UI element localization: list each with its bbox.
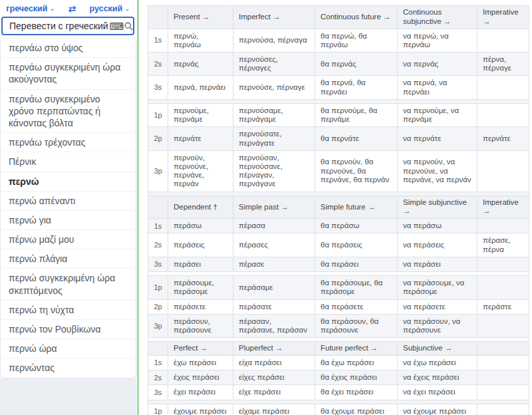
conjugation-row: 2sέχεις περάσειείχες περάσειθα έχεις περ… [148, 370, 529, 385]
conjugation-cell [477, 385, 529, 400]
tense-header-link[interactable]: Imperfect → [233, 6, 315, 29]
conjugation-cell: θα περάσει [315, 257, 398, 271]
tense-header-link[interactable]: Simple future → [315, 196, 398, 219]
chevron-down-icon: ⌄ [124, 5, 130, 12]
conjugation-cell: θα περάσω [315, 219, 398, 233]
conjugation-cell: περνούσε, πέρναγε [233, 76, 315, 99]
tense-header-link[interactable]: Continuous subjunctive → [398, 6, 477, 29]
list-item[interactable]: περνώ πλάγια [1, 249, 136, 268]
list-item[interactable]: περνώ τον Ρουβίκωνα [1, 319, 136, 339]
tense-header-link[interactable]: Simple subjunctive → [398, 196, 477, 219]
tense-header-link[interactable]: Future perfect → [315, 342, 398, 356]
conjugation-cell [477, 370, 529, 385]
conjugation-cell: θα περάσουν, θα περάσουνε [315, 314, 398, 337]
conjugation-row: 1sπερνώ, περνάωπερνούσα, πέρναγαθα περνώ… [148, 29, 529, 52]
conjugation-cell: να περνά, να περνάει [398, 76, 477, 99]
conjugation-cell: περνάτε [168, 127, 233, 150]
conjugation-cell: να περνάτε [398, 127, 477, 150]
conjugation-row: 1pπερνούμε, περνάμεπερνούσαμε, περνάγαμε… [148, 103, 529, 126]
conjugation-row: 3pπεράσουν, περάσουνεπέρασαν, περάσανε, … [148, 314, 529, 337]
person-label: 2s [148, 53, 168, 76]
translation-sidebar: греческий⌄ ⇄ русский⌄ Перевести с гречес… [0, 0, 136, 415]
conjugation-cell: θα περάσεις [315, 233, 398, 257]
conjugation-cell: θα περάσουμε, θα περάσομε [315, 276, 398, 299]
list-item[interactable]: Πέρνικ [1, 152, 136, 171]
conjugation-row: 2sπερνάςπερνούσες, πέρναγεςθα περνάςνα π… [148, 53, 529, 76]
conjugation-cell: να περνούμε, να περνάμε [398, 103, 477, 126]
conjugation-cell: να περνούν, να περνούνε, να περνάνε, να … [398, 150, 477, 192]
conjugation-cell: να έχω περάσει [398, 356, 477, 370]
conjugation-row: 2sπεράσειςπέρασεςθα περάσειςνα περάσειςπ… [148, 233, 529, 257]
swap-languages-icon[interactable]: ⇄ [68, 3, 76, 14]
person-label: 1p [148, 276, 168, 299]
conjugation-row: 3pπερνούν, περνούνε, περνάνε, περνάνπερν… [148, 150, 529, 192]
page: греческий⌄ ⇄ русский⌄ Перевести с гречес… [0, 0, 532, 415]
person-label: 3s [148, 385, 168, 400]
person-label: 3s [148, 257, 168, 271]
conjugation-cell [477, 150, 529, 192]
target-language-selector[interactable]: русский⌄ [90, 4, 130, 13]
search-icon[interactable] [124, 21, 134, 31]
conjugation-cell: περνά, περνάει [168, 76, 233, 99]
conjugation-row: 2pπεράσετεπεράσατεθα περάσετενα περάσετε… [148, 299, 529, 314]
conjugation-cell: θα περνάτε [315, 127, 398, 150]
list-item[interactable]: περνώ τη νύχτα [1, 300, 136, 319]
list-item[interactable]: περνώ [1, 172, 136, 191]
keyboard-icon[interactable]: ⌨ [110, 21, 124, 31]
tense-header-link[interactable]: Present → [168, 6, 233, 29]
list-item[interactable]: περνώντας [1, 358, 136, 377]
list-item[interactable]: περνώ ώρα [1, 339, 136, 358]
conjugation-cell: θα περάσετε [315, 299, 398, 314]
conjugation-row: 2pπερνάτεπερνούσατε, περνάγατεθα περνάτε… [148, 127, 529, 150]
conjugation-cell: θα έχει περάσει [315, 385, 398, 400]
tense-header-link[interactable]: Perfect → [168, 342, 233, 356]
search-input[interactable]: Перевести с греческий ⌨ [1, 17, 134, 35]
conjugation-cell: να περάσετε [398, 299, 477, 314]
person-label: 2p [148, 299, 168, 314]
conjugation-cell [477, 314, 529, 337]
list-item[interactable]: περνώ για [1, 210, 136, 229]
conjugation-row: 3sπερνά, περνάειπερνούσε, πέρναγεθα περν… [148, 76, 529, 99]
conjugation-cell: πέρασε [233, 257, 315, 271]
tense-header-link[interactable]: Continuous future → [315, 6, 398, 29]
empty-header [148, 6, 168, 29]
tense-header-link[interactable]: Pluperfect → [233, 342, 315, 356]
list-item[interactable]: περνάω τρέχοντας [1, 132, 136, 152]
list-item[interactable]: περνάω στο ύψος [1, 39, 136, 57]
conjugation-cell: περάσει [168, 257, 233, 271]
conjugation-cell: έχει περάσει [168, 385, 233, 400]
tense-header-link[interactable]: Simple past → [233, 196, 315, 219]
conjugation-cell: πέρασαν, περάσανε, περάσαν [233, 314, 315, 337]
tense-header-link[interactable]: Imperative → [477, 6, 529, 29]
conjugation-cell [477, 103, 529, 126]
conjugation-cell: θα έχουμε περάσει [315, 404, 398, 415]
tense-header-row: Dependent †Simple past →Simple future →S… [148, 196, 529, 219]
conjugation-row: 1pέχουμε περάσειείχαμε περάσειθα έχουμε … [148, 404, 529, 415]
conjugation-cell: περνώ, περνάω [168, 29, 233, 52]
tense-header-link[interactable]: Imperative → [477, 196, 529, 219]
conjugation-cell: περάσουν, περάσουνε [168, 314, 233, 337]
conjugation-cell: είχα περάσει [233, 356, 315, 370]
tense-header-link[interactable]: Dependent † [168, 196, 233, 219]
conjugation-cell: πέρασε, πέρνα [477, 233, 529, 257]
conjugation-cell: περνούσα, πέρναγα [233, 29, 315, 52]
list-item[interactable]: περνάω συγκεκριμένο χρόνο περπατώντας ή … [1, 89, 136, 133]
tense-header-link[interactable]: Subjunctive → [398, 342, 477, 356]
conjugation-cell: πέρασες [233, 233, 315, 257]
conjugation-cell: θα έχεις περάσει [315, 370, 398, 385]
person-label: 1p [148, 404, 168, 415]
source-language-selector[interactable]: греческий⌄ [6, 4, 55, 13]
conjugation-cell: να περνώ, να περνάω [398, 29, 477, 52]
person-label: 2s [148, 370, 168, 385]
list-item[interactable]: περνώ απέναντι [1, 191, 136, 210]
list-item[interactable]: περνώ συγκεκριμένη ώρα σκεπτόμενος [1, 268, 136, 299]
list-item[interactable]: πέρνω μαζί μου [1, 229, 136, 249]
conjugation-cell: θα έχω περάσει [315, 356, 398, 370]
person-label: 3p [148, 150, 168, 192]
conjugation-row: 1pπεράσουμε, περάσομεπεράσαμεθα περάσουμ… [148, 276, 529, 299]
conjugation-cell: είχε περάσει [233, 385, 315, 400]
conjugation-cell: περάσαμε [233, 276, 315, 299]
conjugation-cell: να περάσεις [398, 233, 477, 257]
list-item[interactable]: περνάω συγκεκριμένη ώρα ακούγοντας [1, 57, 136, 88]
conjugation-cell: περνούσες, πέρναγες [233, 53, 315, 76]
